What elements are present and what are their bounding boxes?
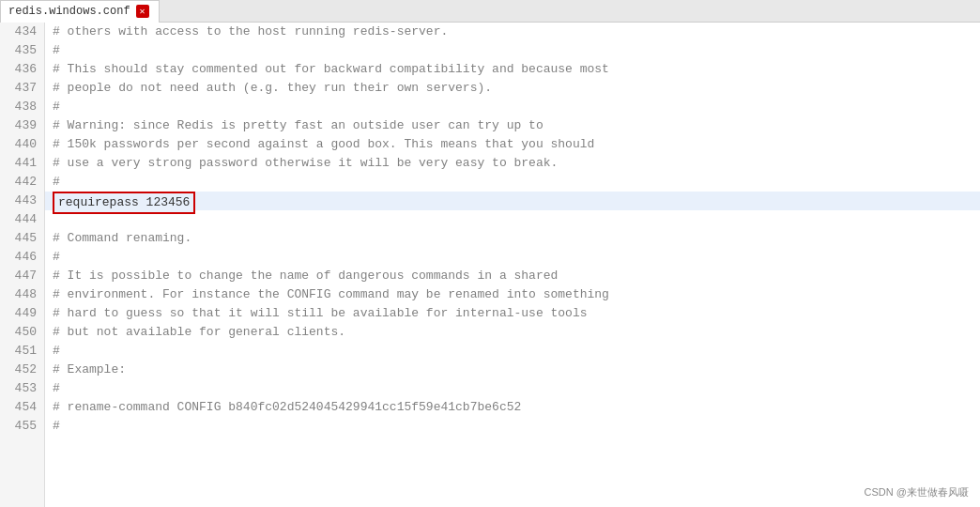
line-number: 453 (0, 379, 44, 398)
comment-text: # rename-command CONFIG b840fc02d5240454… (53, 400, 521, 414)
line-number: 439 (0, 116, 44, 135)
editor-window: redis.windows.conf ✕ 4344354364374384394… (0, 0, 980, 507)
line-number: 443 (0, 192, 44, 210)
line-number: 444 (0, 210, 44, 229)
code-line: # (45, 173, 980, 192)
code-line: # Example: (45, 361, 980, 379)
line-number: 452 (0, 361, 44, 379)
code-line: # environment. For instance the CONFIG c… (45, 285, 980, 304)
line-number: 436 (0, 60, 44, 79)
code-line: # Warning: since Redis is pretty fast an… (45, 116, 980, 135)
line-number: 434 (0, 23, 44, 41)
comment-text: # Command renaming. (53, 231, 191, 245)
code-line: # rename-command CONFIG b840fc02d5240454… (45, 398, 980, 417)
code-line: # hard to guess so that it will still be… (45, 304, 980, 323)
line-number: 454 (0, 398, 44, 417)
watermark: CSDN @来世做春风嗫 (865, 485, 969, 499)
code-lines: # others with access to the host running… (45, 23, 980, 507)
comment-text: # (53, 250, 60, 264)
code-line: # people do not need auth (e.g. they run… (45, 79, 980, 98)
line-number: 435 (0, 41, 44, 60)
code-line: requirepass 123456 (45, 192, 980, 210)
comment-text: # 150k passwords per second against a go… (53, 137, 594, 151)
comment-text: # use a very strong password otherwise i… (53, 156, 558, 170)
line-numbers: 4344354364374384394404414424434444454464… (0, 23, 45, 507)
tab-filename: redis.windows.conf (8, 5, 130, 18)
line-number: 440 (0, 135, 44, 154)
line-number: 442 (0, 173, 44, 192)
comment-text: # people do not need auth (e.g. they run… (53, 81, 492, 95)
code-line: # (45, 417, 980, 436)
code-line: # This should stay commented out for bac… (45, 60, 980, 79)
comment-text: # It is possible to change the name of d… (53, 269, 558, 283)
requirepass-highlighted: requirepass 123456 (53, 192, 195, 214)
comment-text: # hard to guess so that it will still be… (53, 306, 588, 320)
code-line: # It is possible to change the name of d… (45, 267, 980, 285)
code-line: # (45, 248, 980, 267)
line-number: 451 (0, 342, 44, 361)
comment-text: # This should stay commented out for bac… (53, 62, 609, 76)
code-line: # use a very strong password otherwise i… (45, 154, 980, 173)
tab-bar: redis.windows.conf ✕ (0, 0, 980, 23)
code-area: 4344354364374384394404414424434444454464… (0, 23, 980, 507)
comment-text: # (53, 100, 60, 114)
comment-text: # (53, 175, 60, 189)
line-number: 448 (0, 285, 44, 304)
code-line: # Command renaming. (45, 229, 980, 248)
comment-text: # (53, 419, 60, 433)
code-line: # (45, 41, 980, 60)
comment-text: # (53, 381, 60, 395)
line-number: 438 (0, 98, 44, 116)
comment-text: # (53, 344, 60, 358)
code-line: # (45, 98, 980, 116)
line-number: 437 (0, 79, 44, 98)
line-number: 441 (0, 154, 44, 173)
code-line: # (45, 379, 980, 398)
comment-text: # others with access to the host running… (53, 24, 448, 38)
code-line: # others with access to the host running… (45, 23, 980, 41)
editor-tab[interactable]: redis.windows.conf ✕ (0, 0, 160, 23)
code-line: # (45, 342, 980, 361)
line-number: 446 (0, 248, 44, 267)
line-number: 449 (0, 304, 44, 323)
code-line: # 150k passwords per second against a go… (45, 135, 980, 154)
comment-text: # Example: (53, 362, 126, 376)
code-line: # but not available for general clients. (45, 323, 980, 342)
line-number: 447 (0, 267, 44, 285)
comment-text: # Warning: since Redis is pretty fast an… (53, 118, 544, 132)
line-number: 450 (0, 323, 44, 342)
line-number: 455 (0, 417, 44, 436)
line-number: 445 (0, 229, 44, 248)
comment-text: # environment. For instance the CONFIG c… (53, 287, 609, 301)
comment-text: # (53, 43, 60, 57)
tab-close-button[interactable]: ✕ (136, 5, 149, 18)
comment-text: # but not available for general clients. (53, 325, 345, 339)
